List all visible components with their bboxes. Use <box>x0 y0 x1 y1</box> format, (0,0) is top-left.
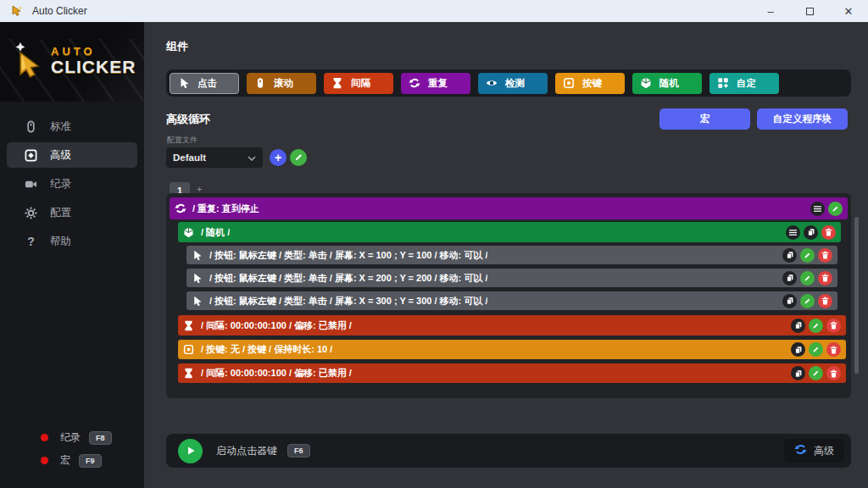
cursor-icon <box>192 295 203 307</box>
mouse-scroll-icon <box>254 77 267 90</box>
interval-row-1[interactable]: / 间隔: 00:00:00:100 / 偏移: 已禁用 / <box>178 315 846 336</box>
minimize-button[interactable]: – <box>751 0 790 22</box>
edit-icon[interactable] <box>800 248 815 263</box>
copy-icon[interactable] <box>791 366 805 380</box>
advanced-icon <box>24 148 38 163</box>
sidebar: AUTO CLICKER 标准 高级 <box>0 22 144 488</box>
copy-icon[interactable] <box>791 319 805 333</box>
copy-icon[interactable] <box>791 342 805 357</box>
profile-label: 配置文件 <box>167 135 198 146</box>
row-text: / 按键: 无 / 按键 / 保持时长: 10 / <box>201 343 332 356</box>
edit-profile-button[interactable] <box>290 149 307 166</box>
menu-icon[interactable] <box>810 202 825 216</box>
copy-icon[interactable] <box>782 294 797 308</box>
copy-icon[interactable] <box>782 271 797 286</box>
start-clicker-label: 启动点击器键 <box>216 444 277 458</box>
trash-icon[interactable] <box>818 248 832 263</box>
click-row-3[interactable]: / 按钮: 鼠标左键 / 类型: 单击 / 屏幕: X = 300 ; Y = … <box>186 291 837 310</box>
macro-hotkey-badge: F9 <box>79 454 102 468</box>
sidebar-item-config[interactable]: 配置 <box>7 200 137 225</box>
edit-icon[interactable] <box>800 271 815 286</box>
component-scroll-button[interactable]: 滚动 <box>247 73 316 94</box>
click-row-2[interactable]: / 按钮: 鼠标左键 / 类型: 单击 / 屏幕: X = 200 ; Y = … <box>186 269 837 287</box>
start-clicker-button[interactable] <box>178 439 203 463</box>
repeat-block-row[interactable]: / 重复: 直到停止 <box>170 197 848 219</box>
macro-button[interactable]: 宏 <box>659 108 750 130</box>
trash-icon[interactable] <box>818 294 832 308</box>
trash-icon[interactable] <box>818 271 832 286</box>
click-row-1[interactable]: / 按钮: 鼠标左键 / 类型: 单击 / 屏幕: X = 100 ; Y = … <box>186 246 837 264</box>
maximize-button[interactable] <box>790 0 829 22</box>
repeat-icon <box>409 77 421 90</box>
maximize-icon <box>806 8 814 15</box>
component-keypress-button[interactable]: 按键 <box>555 73 625 94</box>
edit-icon[interactable] <box>809 366 823 380</box>
logo-text-auto: AUTO <box>51 46 136 57</box>
sidebar-item-label: 标准 <box>50 119 71 134</box>
cursor-logo-icon <box>12 41 46 80</box>
edit-icon[interactable] <box>828 202 843 216</box>
copy-icon[interactable] <box>804 225 818 240</box>
main-content: 组件 点击 滚动 间隔 重复 检测 <box>144 22 868 488</box>
component-repeat-button[interactable]: 重复 <box>401 73 470 94</box>
record-status-dot <box>41 434 48 441</box>
workspace-panel: / 重复: 直到停止 / 随机 / / 按钮: 鼠标左键 / 类型: 单击 / … <box>166 193 851 398</box>
sidebar-item-record[interactable]: 纪录 <box>7 171 137 197</box>
app-logo-icon <box>10 4 24 18</box>
component-label: 重复 <box>428 77 448 90</box>
eye-icon <box>486 77 498 90</box>
play-icon <box>186 446 196 456</box>
sidebar-item-label: 配置 <box>50 206 71 220</box>
edit-icon[interactable] <box>800 294 815 308</box>
keypress-row[interactable]: / 按键: 无 / 按键 / 保持时长: 10 / <box>178 340 846 359</box>
scrollbar[interactable] <box>854 217 859 374</box>
gear-icon <box>24 206 38 220</box>
random-block-row[interactable]: / 随机 / <box>178 222 841 242</box>
trash-icon[interactable] <box>826 342 841 357</box>
profile-select[interactable]: Default <box>166 147 263 168</box>
component-toolbar: 点击 滚动 间隔 重复 检测 按键 <box>166 69 851 97</box>
keyboard-icon <box>563 77 576 90</box>
component-label: 检测 <box>505 77 525 90</box>
component-custom-button[interactable]: 自定 <box>709 73 779 94</box>
copy-icon[interactable] <box>782 248 797 263</box>
logo-text-clicker: CLICKER <box>51 58 136 75</box>
menu-icon[interactable] <box>786 225 800 240</box>
cursor-icon <box>178 77 191 90</box>
advanced-mode-label: 高级 <box>814 444 834 458</box>
pencil-icon <box>294 150 303 165</box>
component-label: 自定 <box>737 77 756 90</box>
close-button[interactable]: ✕ <box>829 0 868 22</box>
component-label: 随机 <box>659 77 679 90</box>
component-random-button[interactable]: 随机 <box>632 73 702 94</box>
sidebar-item-label: 帮助 <box>50 235 71 249</box>
edit-icon[interactable] <box>809 342 823 357</box>
sidebar-item-help[interactable]: ? 帮助 <box>7 229 137 254</box>
component-detect-button[interactable]: 检测 <box>478 73 548 94</box>
sidebar-item-standard[interactable]: 标准 <box>7 114 137 139</box>
app-window: Auto Clicker – ✕ AUTO CLICKER <box>0 0 868 488</box>
custom-block-button[interactable]: 自定义程序块 <box>757 108 848 130</box>
advanced-mode-button[interactable]: 高级 <box>784 439 844 463</box>
trash-icon[interactable] <box>821 225 836 240</box>
macro-hotkey-label: 宏 <box>60 453 70 468</box>
profile-value: Default <box>173 152 206 163</box>
component-click-button[interactable]: 点击 <box>170 73 239 94</box>
cursor-icon <box>192 272 203 284</box>
component-interval-button[interactable]: 间隔 <box>324 73 393 94</box>
edit-icon[interactable] <box>809 319 823 333</box>
trash-icon[interactable] <box>826 319 841 333</box>
trash-icon[interactable] <box>826 366 841 380</box>
row-text: / 间隔: 00:00:00:100 / 偏移: 已禁用 / <box>201 319 352 332</box>
interval-row-2[interactable]: / 间隔: 00:00:00:100 / 偏移: 已禁用 / <box>178 363 846 383</box>
sidebar-item-advanced[interactable]: 高级 <box>7 142 137 168</box>
mouse-icon <box>24 119 38 134</box>
components-title: 组件 <box>166 39 188 54</box>
cube-icon <box>183 226 195 238</box>
row-text: / 随机 / <box>201 226 230 239</box>
component-label: 按键 <box>582 77 602 90</box>
component-label: 点击 <box>198 77 217 90</box>
hotkey-indicators: 纪录 F8 宏 F9 <box>0 422 144 476</box>
add-profile-button[interactable]: + <box>270 149 287 166</box>
cube-icon <box>640 77 653 90</box>
